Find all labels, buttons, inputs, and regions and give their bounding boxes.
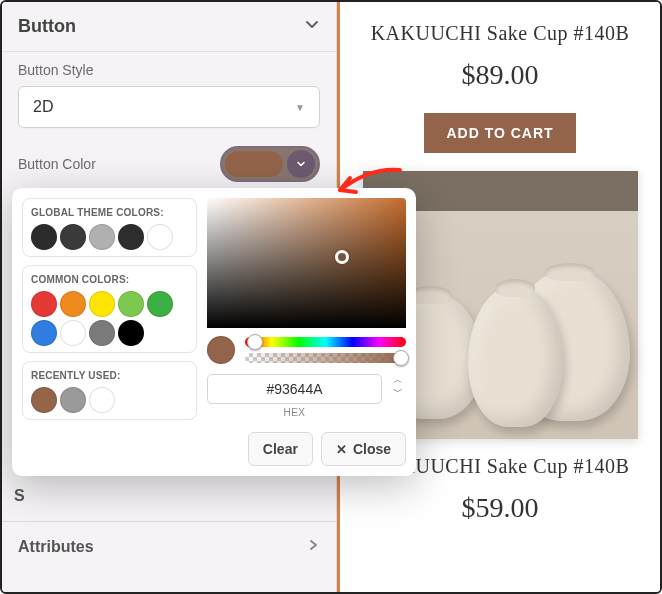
obscured-row: S: [14, 487, 25, 505]
common-color-swatch[interactable]: [89, 291, 115, 317]
global-color-swatch[interactable]: [89, 224, 115, 250]
close-button[interactable]: ✕Close: [321, 432, 406, 466]
chevron-down-icon[interactable]: ﹀: [390, 388, 406, 396]
button-color-picker-trigger[interactable]: [220, 146, 320, 182]
product-price: $89.00: [462, 59, 539, 91]
global-theme-colors-card: GLOBAL THEME COLORS:: [22, 198, 197, 257]
global-colors-title: GLOBAL THEME COLORS:: [31, 207, 188, 218]
common-color-swatch[interactable]: [60, 320, 86, 346]
hue-thumb[interactable]: [247, 334, 263, 350]
chevron-right-icon: [306, 538, 320, 556]
color-swatch-current: [225, 151, 283, 177]
recent-colors-card: RECENTLY USED:: [22, 361, 197, 420]
hex-input[interactable]: [207, 374, 382, 404]
recent-color-swatch[interactable]: [89, 387, 115, 413]
caret-down-icon: ▼: [295, 102, 305, 113]
chevron-down-icon: [304, 16, 320, 37]
common-color-swatch[interactable]: [89, 320, 115, 346]
global-color-swatch[interactable]: [118, 224, 144, 250]
format-stepper[interactable]: ︿ ﹀: [390, 374, 406, 396]
close-icon: ✕: [336, 442, 347, 457]
chevron-down-icon: [287, 150, 315, 178]
button-style-select[interactable]: 2D ▼: [18, 86, 320, 128]
button-color-label: Button Color: [18, 156, 96, 172]
recent-colors-title: RECENTLY USED:: [31, 370, 188, 381]
common-color-swatch[interactable]: [118, 291, 144, 317]
button-style-label: Button Style: [18, 62, 320, 78]
color-picker-popup: GLOBAL THEME COLORS: COMMON COLORS: RECE…: [12, 188, 416, 476]
clear-button[interactable]: Clear: [248, 432, 313, 466]
section-button-header[interactable]: Button: [2, 2, 336, 52]
close-label: Close: [353, 441, 391, 457]
add-to-cart-button[interactable]: ADD TO CART: [424, 113, 575, 153]
global-color-swatch[interactable]: [147, 224, 173, 250]
section-title: Button: [18, 16, 76, 37]
section-attributes-header[interactable]: Attributes: [2, 521, 336, 572]
common-colors-title: COMMON COLORS:: [31, 274, 188, 285]
global-color-swatch[interactable]: [60, 224, 86, 250]
attributes-label: Attributes: [18, 538, 94, 556]
recent-color-swatch[interactable]: [31, 387, 57, 413]
common-color-swatch[interactable]: [31, 320, 57, 346]
common-color-swatch[interactable]: [147, 291, 173, 317]
hue-slider[interactable]: [245, 337, 406, 347]
common-color-swatch[interactable]: [118, 320, 144, 346]
current-color-chip: [207, 336, 235, 364]
product-price: $59.00: [462, 492, 539, 524]
clear-label: Clear: [263, 441, 298, 457]
section-button-body: Button Style 2D ▼ Button Color: [2, 52, 336, 190]
saturation-lightness-area[interactable]: [207, 198, 406, 328]
alpha-thumb[interactable]: [393, 350, 409, 366]
button-style-value: 2D: [33, 98, 53, 116]
common-colors-card: COMMON COLORS:: [22, 265, 197, 353]
global-color-swatch[interactable]: [31, 224, 57, 250]
common-color-swatch[interactable]: [60, 291, 86, 317]
vase-shape: [468, 287, 563, 427]
common-color-swatch[interactable]: [31, 291, 57, 317]
chevron-up-icon[interactable]: ︿: [390, 376, 406, 384]
alpha-slider[interactable]: [245, 353, 406, 363]
hex-format-label: HEX: [207, 407, 382, 418]
recent-color-swatch[interactable]: [60, 387, 86, 413]
product-title: KAKUUCHI Sake Cup #140B: [371, 22, 630, 45]
gradient-handle[interactable]: [335, 250, 349, 264]
